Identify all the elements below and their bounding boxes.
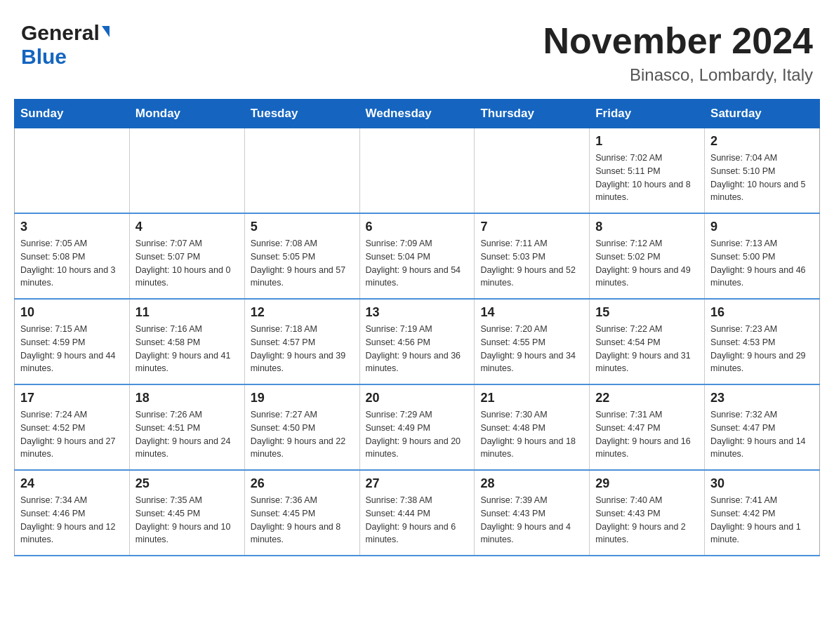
day-number: 20 [366,391,469,405]
day-header-sunday: Sunday [15,100,130,128]
day-number: 27 [366,476,469,491]
day-cell [475,128,590,214]
day-number: 5 [251,220,354,234]
day-info: Sunrise: 7:22 AM Sunset: 4:54 PM Dayligh… [595,323,699,375]
week-row-1: 1Sunrise: 7:02 AM Sunset: 5:11 PM Daylig… [15,128,820,214]
day-header-tuesday: Tuesday [244,100,359,128]
day-number: 21 [480,391,583,405]
day-info: Sunrise: 7:39 AM Sunset: 4:43 PM Dayligh… [480,494,583,546]
day-cell: 10Sunrise: 7:15 AM Sunset: 4:59 PM Dayli… [15,299,130,384]
day-number: 3 [20,220,124,234]
day-number: 16 [710,305,814,320]
day-info: Sunrise: 7:07 AM Sunset: 5:07 PM Dayligh… [135,237,239,290]
day-number: 29 [595,476,699,491]
day-cell: 29Sunrise: 7:40 AM Sunset: 4:43 PM Dayli… [590,470,705,556]
day-info: Sunrise: 7:09 AM Sunset: 5:04 PM Dayligh… [366,237,469,290]
day-number: 23 [710,391,814,405]
week-row-4: 17Sunrise: 7:24 AM Sunset: 4:52 PM Dayli… [15,384,820,470]
day-cell: 4Sunrise: 7:07 AM Sunset: 5:07 PM Daylig… [129,213,244,299]
day-info: Sunrise: 7:12 AM Sunset: 5:02 PM Dayligh… [595,237,699,290]
day-cell: 6Sunrise: 7:09 AM Sunset: 5:04 PM Daylig… [359,213,475,299]
calendar-body: 1Sunrise: 7:02 AM Sunset: 5:11 PM Daylig… [15,128,820,556]
day-cell: 26Sunrise: 7:36 AM Sunset: 4:45 PM Dayli… [244,470,359,556]
day-cell: 23Sunrise: 7:32 AM Sunset: 4:47 PM Dayli… [705,384,820,470]
day-info: Sunrise: 7:15 AM Sunset: 4:59 PM Dayligh… [20,323,124,375]
week-row-5: 24Sunrise: 7:34 AM Sunset: 4:46 PM Dayli… [15,470,820,556]
day-info: Sunrise: 7:05 AM Sunset: 5:08 PM Dayligh… [20,237,124,290]
day-info: Sunrise: 7:18 AM Sunset: 4:57 PM Dayligh… [251,323,354,375]
day-cell: 14Sunrise: 7:20 AM Sunset: 4:55 PM Dayli… [475,299,590,384]
day-number: 4 [135,220,239,234]
calendar-subtitle: Binasco, Lombardy, Italy [543,65,813,85]
day-cell: 13Sunrise: 7:19 AM Sunset: 4:56 PM Dayli… [359,299,475,384]
day-cell: 24Sunrise: 7:34 AM Sunset: 4:46 PM Dayli… [15,470,130,556]
day-number: 17 [20,391,124,405]
day-header-monday: Monday [129,100,244,128]
calendar-title: November 2024 [543,21,813,61]
day-info: Sunrise: 7:20 AM Sunset: 4:55 PM Dayligh… [480,323,583,375]
day-cell: 18Sunrise: 7:26 AM Sunset: 4:51 PM Dayli… [129,384,244,470]
week-row-2: 3Sunrise: 7:05 AM Sunset: 5:08 PM Daylig… [15,213,820,299]
day-number: 30 [710,476,814,491]
logo-blue-text: Blue [21,45,67,68]
day-info: Sunrise: 7:24 AM Sunset: 4:52 PM Dayligh… [20,408,124,461]
day-cell: 25Sunrise: 7:35 AM Sunset: 4:45 PM Dayli… [129,470,244,556]
day-number: 8 [595,220,699,234]
day-number: 2 [710,134,814,149]
day-info: Sunrise: 7:26 AM Sunset: 4:51 PM Dayligh… [135,408,239,461]
day-cell: 27Sunrise: 7:38 AM Sunset: 4:44 PM Dayli… [359,470,475,556]
day-number: 1 [595,134,699,149]
day-cell: 5Sunrise: 7:08 AM Sunset: 5:05 PM Daylig… [244,213,359,299]
day-info: Sunrise: 7:29 AM Sunset: 4:49 PM Dayligh… [366,408,469,461]
day-number: 7 [480,220,583,234]
day-header-saturday: Saturday [705,100,820,128]
day-number: 24 [20,476,124,491]
day-number: 15 [595,305,699,320]
day-number: 10 [20,305,124,320]
day-info: Sunrise: 7:36 AM Sunset: 4:45 PM Dayligh… [251,494,354,546]
day-cell [359,128,475,214]
day-number: 22 [595,391,699,405]
day-info: Sunrise: 7:23 AM Sunset: 4:53 PM Dayligh… [710,323,814,375]
day-info: Sunrise: 7:34 AM Sunset: 4:46 PM Dayligh… [20,494,124,546]
day-info: Sunrise: 7:31 AM Sunset: 4:47 PM Dayligh… [595,408,699,461]
day-number: 12 [251,305,354,320]
day-info: Sunrise: 7:04 AM Sunset: 5:10 PM Dayligh… [710,152,814,204]
calendar-table: SundayMondayTuesdayWednesdayThursdayFrid… [14,99,820,556]
day-cell: 9Sunrise: 7:13 AM Sunset: 5:00 PM Daylig… [705,213,820,299]
calendar-header: SundayMondayTuesdayWednesdayThursdayFrid… [15,100,820,128]
day-cell: 1Sunrise: 7:02 AM Sunset: 5:11 PM Daylig… [590,128,705,214]
day-number: 25 [135,476,239,491]
page-header: General Blue November 2024 Binasco, Lomb… [14,14,820,85]
day-cell: 21Sunrise: 7:30 AM Sunset: 4:48 PM Dayli… [475,384,590,470]
day-info: Sunrise: 7:27 AM Sunset: 4:50 PM Dayligh… [251,408,354,461]
day-cell [15,128,130,214]
day-number: 11 [135,305,239,320]
day-info: Sunrise: 7:02 AM Sunset: 5:11 PM Dayligh… [595,152,699,204]
day-info: Sunrise: 7:40 AM Sunset: 4:43 PM Dayligh… [595,494,699,546]
day-cell [244,128,359,214]
logo-general-text: General [21,21,100,45]
day-cell: 12Sunrise: 7:18 AM Sunset: 4:57 PM Dayli… [244,299,359,384]
day-cell: 22Sunrise: 7:31 AM Sunset: 4:47 PM Dayli… [590,384,705,470]
day-number: 26 [251,476,354,491]
day-cell: 2Sunrise: 7:04 AM Sunset: 5:10 PM Daylig… [705,128,820,214]
day-cell: 30Sunrise: 7:41 AM Sunset: 4:42 PM Dayli… [705,470,820,556]
day-info: Sunrise: 7:13 AM Sunset: 5:00 PM Dayligh… [710,237,814,290]
day-info: Sunrise: 7:16 AM Sunset: 4:58 PM Dayligh… [135,323,239,375]
day-cell: 20Sunrise: 7:29 AM Sunset: 4:49 PM Dayli… [359,384,475,470]
day-cell: 28Sunrise: 7:39 AM Sunset: 4:43 PM Dayli… [475,470,590,556]
day-cell: 7Sunrise: 7:11 AM Sunset: 5:03 PM Daylig… [475,213,590,299]
day-cell: 3Sunrise: 7:05 AM Sunset: 5:08 PM Daylig… [15,213,130,299]
day-number: 14 [480,305,583,320]
day-cell: 8Sunrise: 7:12 AM Sunset: 5:02 PM Daylig… [590,213,705,299]
week-row-3: 10Sunrise: 7:15 AM Sunset: 4:59 PM Dayli… [15,299,820,384]
day-number: 6 [366,220,469,234]
title-block: November 2024 Binasco, Lombardy, Italy [543,21,813,85]
day-header-friday: Friday [590,100,705,128]
day-info: Sunrise: 7:19 AM Sunset: 4:56 PM Dayligh… [366,323,469,375]
day-info: Sunrise: 7:35 AM Sunset: 4:45 PM Dayligh… [135,494,239,546]
day-number: 18 [135,391,239,405]
day-number: 28 [480,476,583,491]
day-cell: 11Sunrise: 7:16 AM Sunset: 4:58 PM Dayli… [129,299,244,384]
